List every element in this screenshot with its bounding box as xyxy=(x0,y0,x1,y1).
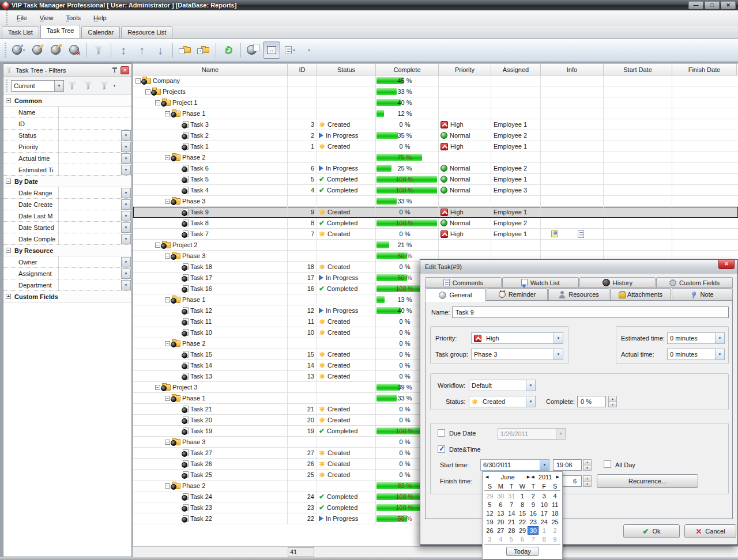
filter-value-input[interactable] xyxy=(59,279,121,290)
tab-task-list[interactable]: Task List xyxy=(2,27,39,38)
complete-input[interactable]: 0 % xyxy=(577,396,606,407)
prev-month-icon[interactable]: ◀ xyxy=(485,475,488,479)
filter-value-input[interactable] xyxy=(59,141,121,152)
restore-button[interactable]: □ xyxy=(705,1,720,9)
calendar-day[interactable]: 4 xyxy=(495,535,506,543)
calendar-day[interactable]: 1 xyxy=(539,526,549,535)
filter-value-input[interactable] xyxy=(59,107,131,118)
group-row[interactable]: −Project 221 % xyxy=(133,240,738,251)
add-task-button[interactable] xyxy=(28,41,46,59)
note-icon[interactable] xyxy=(551,230,558,237)
today-button[interactable]: Today xyxy=(506,547,538,556)
dialog-close-button[interactable]: ✕ xyxy=(718,260,735,269)
calendar-day[interactable]: 21 xyxy=(506,517,517,526)
expand-all-button[interactable] xyxy=(195,41,212,59)
task-row[interactable]: Task 99Created0 %HighEmployee 1 xyxy=(133,207,738,218)
expand-toggle-icon[interactable]: − xyxy=(165,440,170,445)
calendar-day[interactable]: 5 xyxy=(484,500,495,509)
calendar-day[interactable]: 18 xyxy=(549,509,560,517)
complete-spinner[interactable]: ▲▼ xyxy=(608,396,617,407)
estimated-time-select[interactable]: 0 minutes ▼ xyxy=(667,332,725,344)
expand-toggle-icon[interactable]: − xyxy=(165,297,170,302)
move-down-button[interactable]: ↓ xyxy=(152,41,169,59)
calendar-day[interactable]: 9 xyxy=(549,535,560,543)
calendar-day[interactable]: 15 xyxy=(517,509,528,517)
calendar-day[interactable]: 23 xyxy=(528,517,539,526)
status-select[interactable]: Created ▼ xyxy=(469,396,536,407)
start-time-input[interactable]: 19:06 xyxy=(553,459,582,471)
filter-value-input[interactable] xyxy=(59,256,121,267)
chevron-down-icon[interactable]: ▼ xyxy=(526,380,535,391)
filter-value-input[interactable] xyxy=(59,187,121,198)
filter-value-input[interactable] xyxy=(59,118,131,129)
tab-calendar[interactable]: Calendar xyxy=(81,27,120,38)
expand-toggle-icon[interactable]: − xyxy=(165,253,170,259)
calendar-day[interactable]: 3 xyxy=(484,535,495,543)
expand-toggle-icon[interactable]: − xyxy=(165,396,170,401)
chevron-down-icon[interactable]: ▼ xyxy=(715,349,724,360)
clear-filter-icon[interactable] xyxy=(100,81,109,90)
calendar-day[interactable]: 30 xyxy=(495,491,506,500)
filter-value-input[interactable] xyxy=(59,153,121,164)
menu-item-file[interactable]: File xyxy=(10,12,33,24)
calendar-day[interactable]: 6 xyxy=(495,500,506,509)
next-year-icon[interactable]: ▶ xyxy=(556,475,559,479)
task-row[interactable]: Task 66In Progress25 %NormalEmployee 2 xyxy=(133,163,738,174)
expand-toggle-icon[interactable]: − xyxy=(135,78,141,84)
cancel-button[interactable]: ✕ Cancel xyxy=(684,524,736,538)
calendar-day[interactable]: 27 xyxy=(495,526,506,535)
chevron-down-icon[interactable]: ▼ xyxy=(121,268,131,279)
calendar-day[interactable]: 10 xyxy=(539,500,549,509)
minimize-button[interactable]: — xyxy=(688,1,703,9)
group-row[interactable]: −Phase 275 % xyxy=(133,152,738,163)
more-icon[interactable]: ▾ xyxy=(114,84,115,88)
calendar-day[interactable]: 6 xyxy=(517,535,528,543)
chevron-down-icon[interactable]: ▾ xyxy=(23,48,25,52)
due-date-checkbox[interactable] xyxy=(438,429,445,437)
more-button[interactable]: ▾ xyxy=(300,41,317,59)
task-row[interactable]: Task 22In Progress35 %NormalEmployee 2 xyxy=(133,130,738,141)
filter-button[interactable] xyxy=(90,41,107,59)
calendar-day[interactable]: 8 xyxy=(539,535,549,543)
start-time-spinner[interactable]: ▲▼ xyxy=(583,459,592,471)
calendar-day[interactable]: 13 xyxy=(495,509,506,517)
chevron-down-icon[interactable]: ▼ xyxy=(121,234,131,244)
print-report-button[interactable]: ▾ xyxy=(244,41,262,59)
fit-columns-button[interactable]: ↔ xyxy=(263,41,280,59)
expand-toggle-icon[interactable]: − xyxy=(6,98,11,103)
refresh-button[interactable] xyxy=(220,41,237,59)
expand-toggle-icon[interactable]: − xyxy=(165,483,170,489)
new-task-button[interactable]: ▾ xyxy=(10,41,27,59)
filter-section-by-date[interactable]: −By Date xyxy=(3,176,131,187)
dialog-tab-comments[interactable]: Comments xyxy=(425,277,502,288)
calendar-day[interactable]: 7 xyxy=(528,535,539,543)
chevron-down-icon[interactable]: ▼ xyxy=(121,130,131,141)
collapse-all-button[interactable] xyxy=(176,41,194,59)
expand-toggle-icon[interactable]: − xyxy=(165,111,170,116)
expand-toggle-icon[interactable]: − xyxy=(165,199,170,204)
filter-section-custom-fields[interactable]: +Custom Fields xyxy=(3,291,131,302)
menu-item-tools[interactable]: Tools xyxy=(59,12,87,24)
filter-value-input[interactable] xyxy=(59,268,121,279)
filter-value-input[interactable] xyxy=(59,210,121,221)
expand-toggle-icon[interactable]: − xyxy=(165,155,170,160)
dialog-tab-resources[interactable]: Resources xyxy=(548,288,609,301)
calendar-day[interactable]: 12 xyxy=(484,509,495,517)
dialog-tab-watch-list[interactable]: Watch List xyxy=(502,277,579,288)
column-header-id[interactable]: ID xyxy=(288,64,317,75)
filter-section-by-resource[interactable]: −By Resource xyxy=(3,245,131,256)
calendar-day[interactable]: 3 xyxy=(539,491,549,500)
recurrence-button[interactable]: Recurrence... xyxy=(597,474,698,488)
column-header-name[interactable]: Name xyxy=(133,64,288,75)
expand-toggle-icon[interactable]: − xyxy=(155,243,160,248)
tab-task-tree[interactable]: Task Tree xyxy=(40,25,81,38)
chevron-down-icon[interactable]: ▼ xyxy=(54,81,63,91)
calendar-day[interactable]: 2 xyxy=(549,526,560,535)
save-filter-icon[interactable] xyxy=(84,81,93,90)
filters-close-button[interactable]: ✕ xyxy=(121,66,129,74)
expand-toggle-icon[interactable]: − xyxy=(155,385,160,390)
pin-icon[interactable] xyxy=(112,67,118,73)
dialog-tab-history[interactable]: History xyxy=(579,277,656,288)
calendar-day[interactable]: 22 xyxy=(517,517,528,526)
column-header-priority[interactable]: Priority xyxy=(439,64,491,75)
